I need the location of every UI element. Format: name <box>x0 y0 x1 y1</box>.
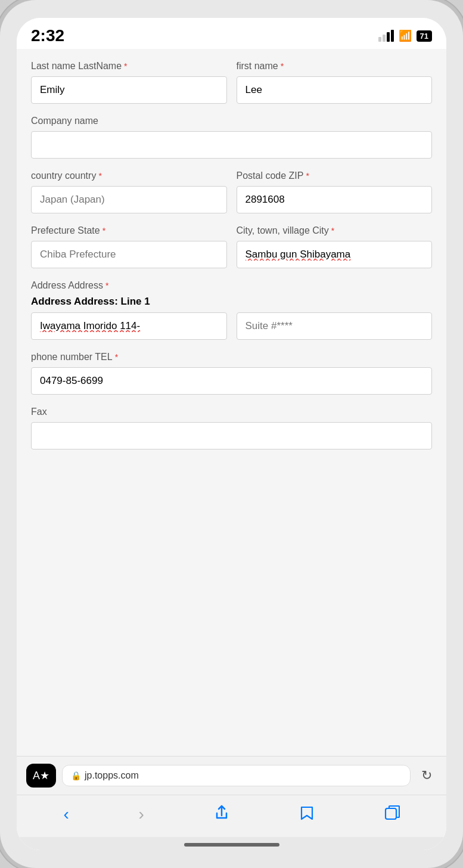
phone-screen: 2:32 📶 71 Last name Last <box>17 18 446 850</box>
country-required: * <box>98 171 101 181</box>
prefecture-required: * <box>102 226 105 235</box>
translate-button[interactable]: A★ <box>26 764 56 788</box>
prefecture-group: Prefecture State * <box>31 225 227 268</box>
phone-label: phone number TEL * <box>31 352 432 362</box>
last-name-required: * <box>124 61 127 71</box>
prefecture-input[interactable] <box>31 241 227 268</box>
forward-button[interactable]: › <box>133 801 150 827</box>
last-name-group: Last name LastName * <box>31 61 227 104</box>
bookmark-button[interactable] <box>293 801 321 827</box>
address-line2-col <box>237 296 433 340</box>
first-name-input[interactable] <box>237 76 433 104</box>
svg-rect-0 <box>386 808 396 819</box>
lock-icon: 🔒 <box>71 771 81 780</box>
last-name-input[interactable] <box>31 76 227 104</box>
url-bar[interactable]: 🔒 jp.topps.com <box>62 765 411 786</box>
url-text: jp.topps.com <box>85 770 139 781</box>
city-group: City, town, village City * <box>237 225 433 268</box>
home-indicator <box>17 837 446 850</box>
tabs-button[interactable] <box>378 801 406 827</box>
postal-code-input[interactable] <box>237 186 433 213</box>
first-name-required: * <box>281 61 284 71</box>
last-name-label: Last name LastName * <box>31 61 227 72</box>
address-row: Address Address: Line 1 <box>31 296 432 340</box>
status-bar: 2:32 📶 71 <box>17 18 446 49</box>
address-line1-col: Address Address: Line 1 <box>31 296 227 340</box>
city-required: * <box>331 226 334 235</box>
name-row: Last name LastName * first name * <box>31 61 432 104</box>
signal-icon <box>378 30 394 42</box>
phone-group: phone number TEL * <box>31 352 432 395</box>
phone-required: * <box>115 352 118 362</box>
first-name-group: first name * <box>237 61 433 104</box>
prefecture-city-row: Prefecture State * City, town, village C… <box>31 225 432 268</box>
fax-input[interactable] <box>31 422 432 450</box>
address-group: Address Address * Address Address: Line … <box>31 280 432 340</box>
fax-group: Fax <box>31 407 432 450</box>
country-input[interactable] <box>31 186 227 213</box>
country-postal-row: country country * Postal code ZIP * <box>31 170 432 213</box>
postal-code-required: * <box>306 171 309 181</box>
postal-code-label: Postal code ZIP * <box>237 170 433 181</box>
company-name-input[interactable] <box>31 131 432 159</box>
country-label: country country * <box>31 170 227 181</box>
phone-input[interactable] <box>31 367 432 395</box>
status-time: 2:32 <box>31 26 64 45</box>
form-content: Last name LastName * first name * Compan… <box>17 49 446 756</box>
battery-icon: 71 <box>417 30 432 42</box>
status-icons: 📶 71 <box>378 29 432 42</box>
company-name-group: Company name <box>31 116 432 159</box>
address-line2-input[interactable] <box>237 312 433 340</box>
country-group: country country * <box>31 170 227 213</box>
browser-bar: A★ 🔒 jp.topps.com ↻ <box>17 756 446 795</box>
city-label: City, town, village City * <box>237 225 433 236</box>
phone-frame: 2:32 📶 71 Last name Last <box>0 0 463 868</box>
wifi-icon: 📶 <box>399 29 412 42</box>
nav-bar: ‹ › <box>17 795 446 837</box>
address-line1-label: Address Address: Line 1 <box>31 296 227 308</box>
city-input[interactable] <box>237 241 433 268</box>
address-line1-input[interactable] <box>31 312 227 340</box>
company-name-label: Company name <box>31 116 432 126</box>
back-button[interactable]: ‹ <box>57 801 74 827</box>
address-section-label: Address Address * <box>31 280 432 291</box>
address-line2-label <box>237 296 433 308</box>
first-name-label: first name * <box>237 61 433 72</box>
reload-button[interactable]: ↻ <box>417 765 437 786</box>
home-bar <box>184 843 279 847</box>
translate-icon: A★ <box>33 769 49 782</box>
share-button[interactable] <box>208 801 235 827</box>
address-required: * <box>105 281 108 290</box>
postal-code-group: Postal code ZIP * <box>237 170 433 213</box>
fax-label: Fax <box>31 407 432 417</box>
prefecture-label: Prefecture State * <box>31 225 227 236</box>
